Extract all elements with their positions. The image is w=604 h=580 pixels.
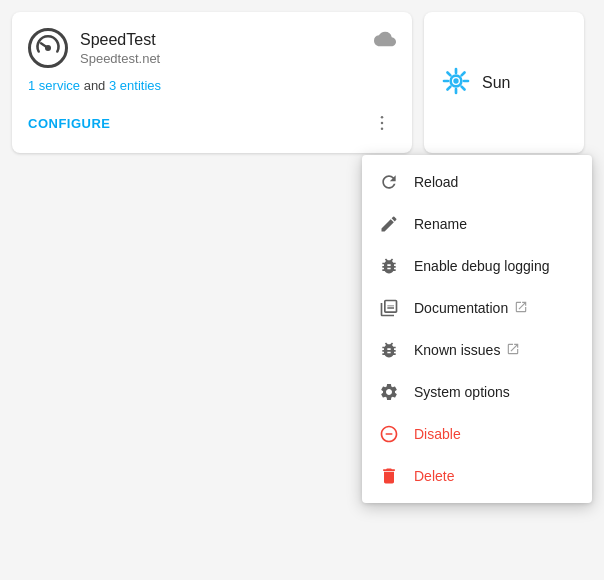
issues-external-icon [506,342,520,359]
more-options-button[interactable] [368,109,396,137]
debug-label: Enable debug logging [414,258,576,274]
svg-line-11 [462,86,465,89]
card-title: SpeedTest [80,30,160,51]
delete-icon [378,465,400,487]
menu-item-delete[interactable]: Delete [362,455,592,497]
menu-item-rename[interactable]: Rename [362,203,592,245]
disable-label: Disable [414,426,576,442]
connector: and [84,78,106,93]
menu-item-issues[interactable]: Known issues [362,329,592,371]
bug-icon [378,255,400,277]
configure-button[interactable]: CONFIGURE [28,116,111,131]
card-header: SpeedTest Speedtest.net [28,28,396,68]
context-menu: Reload Rename Enable debug logging Docum… [362,155,592,503]
svg-line-10 [447,72,450,75]
delete-label: Delete [414,468,576,484]
rename-label: Rename [414,216,576,232]
svg-point-5 [453,78,458,83]
card-title-row: SpeedTest Speedtest.net [28,28,160,68]
card-title-text: SpeedTest Speedtest.net [80,30,160,66]
sun-icon [440,65,472,101]
docs-label: Documentation [414,300,576,317]
system-options-icon [378,381,400,403]
speedtest-icon [28,28,68,68]
disable-icon [378,423,400,445]
menu-item-system[interactable]: System options [362,371,592,413]
svg-point-3 [381,128,384,130]
svg-line-13 [447,86,450,89]
speedtest-card: SpeedTest Speedtest.net 1 service and 3 … [12,12,412,153]
sun-label: Sun [482,74,510,92]
reload-icon [378,171,400,193]
menu-item-debug[interactable]: Enable debug logging [362,245,592,287]
entities-link[interactable]: 3 entities [109,78,161,93]
issues-icon [378,339,400,361]
sun-card: Sun [424,12,584,153]
docs-external-icon [514,300,528,317]
issues-label: Known issues [414,342,576,359]
svg-point-0 [46,46,50,50]
menu-item-docs[interactable]: Documentation [362,287,592,329]
svg-line-12 [462,72,465,75]
service-link[interactable]: 1 service [28,78,80,93]
svg-point-2 [381,122,384,125]
card-subtitle: Speedtest.net [80,51,160,66]
card-links: 1 service and 3 entities [28,78,396,93]
docs-icon [378,297,400,319]
rename-icon [378,213,400,235]
svg-point-1 [381,116,384,119]
menu-item-disable[interactable]: Disable [362,413,592,455]
system-options-label: System options [414,384,576,400]
cards-row: SpeedTest Speedtest.net 1 service and 3 … [0,0,604,165]
reload-label: Reload [414,174,576,190]
menu-item-reload[interactable]: Reload [362,161,592,203]
card-footer: CONFIGURE [28,109,396,137]
cloud-icon[interactable] [374,28,396,55]
